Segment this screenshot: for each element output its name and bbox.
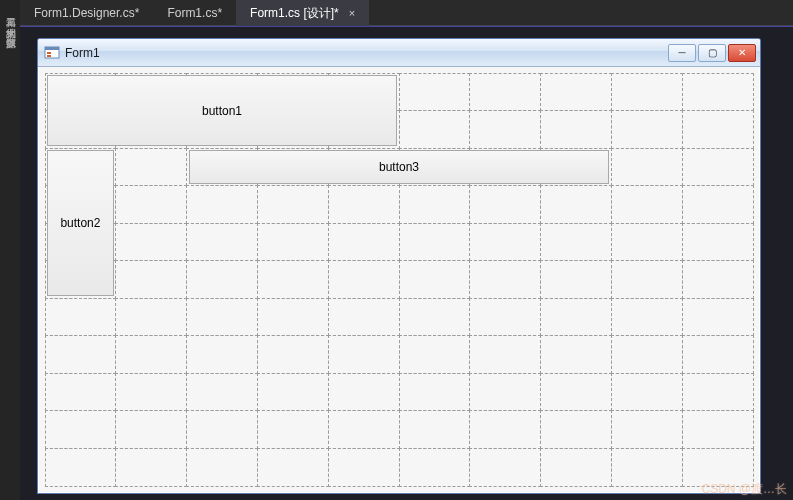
grid-cell <box>115 185 187 224</box>
grid-cell <box>540 260 612 299</box>
grid-cell <box>682 260 754 299</box>
grid-cell <box>257 260 329 299</box>
minimize-button[interactable]: ─ <box>668 44 696 62</box>
grid-cell <box>682 110 754 149</box>
grid-cell <box>399 185 471 224</box>
tab-form-design[interactable]: Form1.cs [设计]* × <box>236 0 369 26</box>
grid-cell <box>399 373 471 412</box>
winforms-window[interactable]: Form1 ─ ▢ ✕ <box>38 39 760 493</box>
grid-cell <box>186 260 258 299</box>
app-icon <box>44 45 60 61</box>
grid-cell <box>186 298 258 337</box>
grid-cell <box>611 335 683 374</box>
grid-cell <box>328 185 400 224</box>
document-outline-tab[interactable]: 文档大纲 <box>1 16 19 24</box>
grid-cell <box>682 185 754 224</box>
svg-rect-3 <box>47 55 51 57</box>
grid-cell <box>399 260 471 299</box>
close-icon[interactable]: × <box>349 8 355 19</box>
grid-cell <box>328 223 400 262</box>
grid-cell <box>682 223 754 262</box>
grid-cell <box>469 110 541 149</box>
grid-cell <box>186 410 258 449</box>
table-layout-panel[interactable]: button1 button2 button3 <box>45 73 753 486</box>
grid-cell <box>257 298 329 337</box>
grid-cell <box>682 298 754 337</box>
grid-cell <box>257 335 329 374</box>
document-tab-bar: Form1.Designer.cs* Form1.cs* Form1.cs [设… <box>20 0 793 26</box>
grid-cell <box>399 223 471 262</box>
tab-designer-cs[interactable]: Form1.Designer.cs* <box>20 0 153 26</box>
grid-cell <box>45 373 117 412</box>
design-surface: Form1 ─ ▢ ✕ <box>20 26 793 500</box>
grid-cell <box>611 110 683 149</box>
grid-cell <box>115 373 187 412</box>
window-titlebar[interactable]: Form1 ─ ▢ ✕ <box>38 39 760 67</box>
grid-cell <box>399 410 471 449</box>
tab-label: Form1.cs [设计]* <box>250 5 339 22</box>
tab-form-cs[interactable]: Form1.cs* <box>153 0 236 26</box>
grid-cell <box>328 448 400 487</box>
grid-cell <box>540 110 612 149</box>
grid-cell <box>469 335 541 374</box>
grid-cell <box>469 448 541 487</box>
grid-cell <box>328 335 400 374</box>
grid-cell <box>540 223 612 262</box>
grid-cell <box>186 373 258 412</box>
grid-cell <box>682 73 754 112</box>
data-sources-tab[interactable]: 数据源 <box>1 26 19 34</box>
button1[interactable]: button1 <box>47 75 397 146</box>
grid-cell <box>611 448 683 487</box>
grid-cell <box>682 373 754 412</box>
vertical-tool-strip: 工具箱 文档大纲 数据源 <box>0 0 20 500</box>
svg-rect-1 <box>45 47 59 50</box>
window-controls: ─ ▢ ✕ <box>668 44 756 62</box>
grid-cell <box>611 373 683 412</box>
grid-cell <box>540 73 612 112</box>
form-client-area[interactable]: button1 button2 button3 <box>39 67 759 492</box>
toolbox-tab[interactable]: 工具箱 <box>1 6 19 14</box>
grid-cell <box>611 148 683 187</box>
grid-cell <box>115 298 187 337</box>
grid-cell <box>115 148 187 187</box>
grid-cell <box>328 298 400 337</box>
tab-label: Form1.cs* <box>167 6 222 20</box>
grid-cell <box>540 410 612 449</box>
grid-cell <box>399 73 471 112</box>
grid-cell <box>45 298 117 337</box>
grid-cell <box>115 223 187 262</box>
grid-cell <box>611 223 683 262</box>
button3[interactable]: button3 <box>189 150 610 184</box>
grid-cell <box>45 410 117 449</box>
close-button[interactable]: ✕ <box>728 44 756 62</box>
maximize-button[interactable]: ▢ <box>698 44 726 62</box>
grid-cell <box>186 335 258 374</box>
grid-cell <box>257 373 329 412</box>
grid-cell <box>682 448 754 487</box>
grid-cell <box>257 410 329 449</box>
grid-cell <box>257 223 329 262</box>
grid-cell <box>115 448 187 487</box>
grid-cell <box>469 260 541 299</box>
grid-cell <box>469 73 541 112</box>
grid-cell <box>682 335 754 374</box>
grid-cell <box>682 148 754 187</box>
window-title: Form1 <box>65 46 100 60</box>
grid-cell <box>469 373 541 412</box>
grid-cell <box>399 335 471 374</box>
grid-cell <box>611 73 683 112</box>
grid-cell <box>257 448 329 487</box>
button2[interactable]: button2 <box>47 150 114 296</box>
grid-cell <box>682 410 754 449</box>
grid-cell <box>45 448 117 487</box>
grid-cell <box>186 223 258 262</box>
tab-label: Form1.Designer.cs* <box>34 6 139 20</box>
grid-cell <box>469 185 541 224</box>
grid-cell <box>540 298 612 337</box>
grid-cell <box>540 335 612 374</box>
grid-cell <box>611 185 683 224</box>
grid-cell <box>540 448 612 487</box>
grid-cell <box>399 448 471 487</box>
grid-cell <box>257 185 329 224</box>
grid-cell <box>115 410 187 449</box>
